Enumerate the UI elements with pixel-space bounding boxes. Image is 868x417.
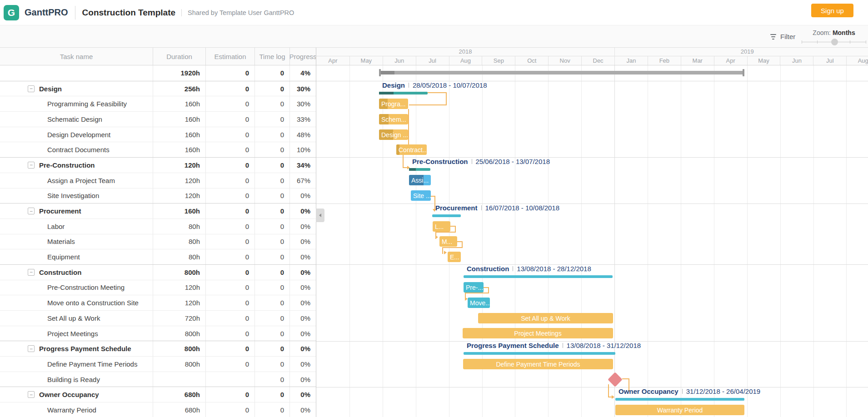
progress-cell: 30% [289, 81, 316, 96]
gantt-task-bar[interactable]: Progra... [379, 99, 408, 109]
task-name-cell: Schematic Design [0, 112, 153, 127]
sign-up-button[interactable]: Sign up [811, 4, 853, 17]
task-name-label: Procurement [39, 207, 81, 215]
gantt-task-bar[interactable]: Project Meetings [463, 328, 613, 338]
chart-toolbar: Filter Zoom: Months [0, 25, 868, 47]
progress-cell: 0% [289, 280, 316, 295]
collapse-toggle[interactable]: − [28, 345, 35, 352]
gantt-task-bar[interactable]: Site ... [411, 190, 431, 201]
project-total-bar[interactable] [380, 71, 743, 74]
table-row[interactable]: Assign a Project Team120h0067% [0, 173, 316, 188]
shared-by-text: Shared by Template User GanttPRO [188, 9, 294, 16]
gantt-summary-bar[interactable] [464, 275, 613, 278]
gantt-summary-bar[interactable] [379, 92, 428, 94]
time-log-cell: 0 [254, 219, 289, 234]
task-bar-label: Contract... [396, 146, 427, 154]
chevron-left-icon [319, 213, 321, 217]
summary-dates: 13/08/2018 - 31/12/2018 [567, 342, 641, 349]
progress-cell: 0% [289, 249, 316, 264]
table-row[interactable]: Labor80h000% [0, 218, 316, 234]
table-row[interactable]: Pre-Construction Meeting120h000% [0, 280, 316, 295]
task-name-label: Labor [47, 223, 65, 230]
divider [75, 6, 75, 20]
task-name-cell: −Procurement [0, 204, 153, 218]
task-name-cell: Equipment [0, 249, 153, 264]
table-row[interactable]: Design Development160h0048% [0, 127, 316, 142]
table-row[interactable]: 1920h004% [0, 65, 316, 81]
estimation-cell: 0 [205, 127, 254, 142]
gantt-task-bar[interactable]: Move... [468, 298, 490, 308]
collapse-toggle[interactable]: − [28, 391, 35, 398]
table-row[interactable]: −Pre-Construction120h0034% [0, 157, 316, 173]
slider-handle[interactable] [831, 39, 838, 45]
table-row[interactable]: −Design256h0030% [0, 81, 316, 96]
table-row[interactable]: Define Payment Time Periods800h000% [0, 356, 316, 372]
gantt-summary-bar[interactable] [615, 398, 744, 401]
gantt-task-bar[interactable]: Assi... [409, 175, 431, 185]
grid-body: 1920h004%−Design256h0030%Programming & F… [0, 65, 316, 417]
gantt-task-bar[interactable]: Pre-... [464, 282, 484, 293]
duration-cell: 120h [153, 280, 205, 295]
collapse-toggle[interactable]: − [28, 162, 35, 169]
gantt-task-bar[interactable]: Set All up & Work [478, 313, 613, 323]
task-bar-label: Progra... [379, 100, 408, 108]
gantt-task-bar[interactable]: Contract... [396, 144, 427, 155]
table-row[interactable]: Schematic Design160h0033% [0, 111, 316, 127]
task-grid: Task nameDurationEstimationTime logProgr… [0, 48, 316, 417]
table-row[interactable]: Site Investigation120h000% [0, 188, 316, 204]
divider [181, 9, 182, 16]
table-row[interactable]: −Construction800h000% [0, 264, 316, 280]
estimation-cell: 0 [205, 219, 254, 234]
time-log-cell: 0 [254, 402, 289, 417]
table-row[interactable]: Materials80h000% [0, 234, 316, 249]
task-name-label: Pre-Construction [39, 161, 95, 169]
dependency-connector [442, 247, 443, 254]
duration-cell: 120h [153, 295, 205, 310]
slider-tick [850, 40, 850, 44]
duration-cell: 120h [153, 158, 205, 173]
gantt-summary-bar[interactable] [409, 168, 430, 171]
estimation-cell: 0 [205, 341, 254, 356]
table-row[interactable]: Project Meetings800h000% [0, 326, 316, 341]
collapse-toggle[interactable]: − [28, 208, 35, 214]
filter-button[interactable]: Filter [770, 33, 795, 40]
table-row[interactable]: Building is Ready00% [0, 372, 316, 387]
table-row[interactable]: Contract Documents160h0010% [0, 142, 316, 157]
gantt-task-bar[interactable]: M... [439, 236, 457, 247]
table-row[interactable]: Programming & Feasibility160h0030% [0, 96, 316, 111]
task-name-label: Progress Payment Schedule [39, 345, 131, 352]
duration-cell: 800h [153, 265, 205, 280]
ganttpro-logo-icon[interactable]: G [4, 5, 19, 20]
table-row[interactable]: Set All up & Work720h000% [0, 310, 316, 326]
time-log-cell: 0 [254, 280, 289, 295]
gantt-task-bar[interactable]: L... [433, 221, 450, 232]
gantt-summary-bar[interactable] [464, 352, 615, 355]
task-name-label: Assign a Project Team [47, 177, 115, 184]
table-row[interactable]: Warranty Period680h000% [0, 402, 316, 417]
table-row[interactable]: −Owner Occupancy680h000% [0, 387, 316, 402]
progress-cell: 0% [289, 402, 316, 417]
table-row[interactable]: Move onto a Construction Site120h000% [0, 295, 316, 310]
zoom-slider[interactable] [802, 38, 866, 45]
gantt-task-bar[interactable]: Define Payment Time Periods [463, 359, 613, 369]
task-bar-label: Assi... [409, 177, 431, 184]
gantt-task-bar[interactable]: Warranty Period [615, 405, 744, 415]
collapse-toggle[interactable]: − [28, 85, 35, 92]
gantt-task-bar[interactable]: E... [448, 252, 461, 262]
gantt-task-bar[interactable]: Design ... [379, 129, 408, 140]
gantt-summary-bar[interactable] [432, 214, 461, 217]
time-log-cell: 0 [254, 65, 289, 81]
dependency-connector [403, 155, 404, 168]
time-log-cell: 0 [254, 372, 289, 387]
table-row[interactable]: −Progress Payment Schedule800h000% [0, 341, 316, 356]
task-name-cell: Warranty Period [0, 402, 153, 417]
month-label: Aug [449, 56, 482, 65]
table-row[interactable]: Equipment80h000% [0, 249, 316, 264]
time-log-cell: 0 [254, 142, 289, 157]
gantt-task-bar[interactable]: Schem... [379, 114, 408, 124]
grid-collapse-handle[interactable] [316, 208, 324, 222]
filter-label: Filter [780, 33, 795, 40]
table-row[interactable]: −Procurement160h000% [0, 203, 316, 218]
time-log-cell: 0 [254, 127, 289, 142]
collapse-toggle[interactable]: − [28, 269, 35, 276]
